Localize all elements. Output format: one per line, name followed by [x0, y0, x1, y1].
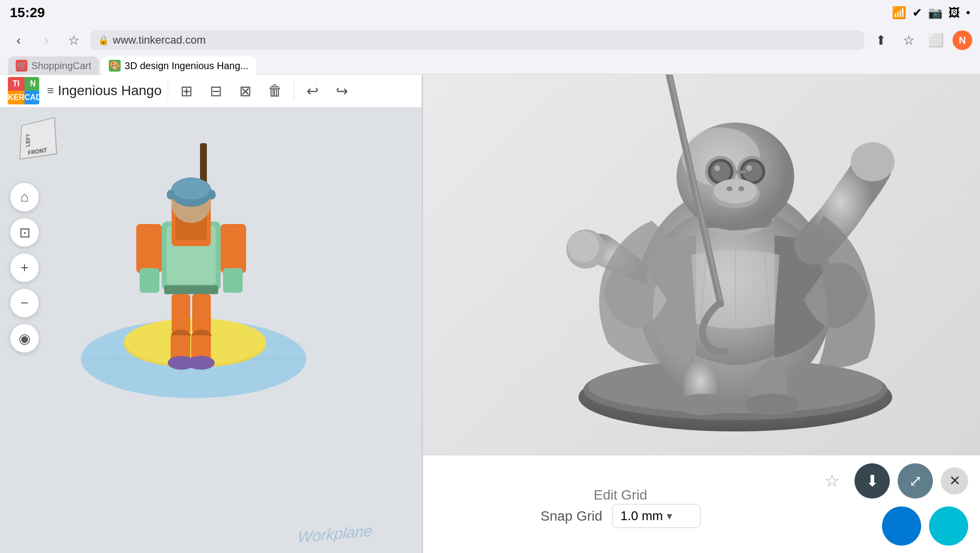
toolbar-separator-1: [168, 81, 168, 101]
tab-shopping-favicon: 🛒: [16, 60, 27, 72]
svg-point-63: [851, 142, 895, 181]
viewport-controls: ⌂ ⊡ + − ◉: [10, 182, 39, 353]
tab-3d-design[interactable]: 🎨 3D design Ingenious Hang...: [101, 56, 256, 75]
svg-point-58: [738, 186, 744, 191]
snap-grid-row: Snap Grid 1.0 mm ▾: [433, 504, 807, 528]
tab-shopping-title: ShoppingCart: [31, 60, 91, 72]
lock-icon: 🔒: [98, 35, 109, 46]
panel-actions: ☆ ⬇ ⤢ ✕: [817, 463, 968, 546]
notification-dot: •: [966, 6, 970, 20]
tabs-bar: 🛒 ShoppingCart 🎨 3D design Ingenious Han…: [0, 55, 980, 76]
svg-rect-16: [140, 268, 159, 293]
close-panel-button[interactable]: ✕: [941, 467, 968, 495]
svg-point-48: [711, 162, 730, 181]
circle-action-row: [882, 506, 968, 546]
cube-front-label: FRONT: [28, 147, 47, 156]
svg-point-49: [714, 165, 720, 171]
svg-rect-15: [136, 224, 162, 273]
redo-button[interactable]: ↪: [329, 78, 355, 103]
url-text: www.tinkercad.com: [113, 34, 206, 47]
svg-rect-18: [223, 268, 243, 293]
edit-grid-label[interactable]: Edit Grid: [433, 487, 807, 503]
svg-rect-14: [164, 285, 218, 294]
logo-ker-cell: KER: [8, 91, 25, 104]
snap-grid-value: 1.0 mm: [621, 508, 663, 524]
snap-chevron-icon: ▾: [667, 510, 672, 523]
zoom-in-button[interactable]: +: [10, 253, 39, 282]
right-panel: [422, 25, 980, 455]
tab-3d-favicon: 🎨: [109, 60, 121, 72]
share-button[interactable]: ⬆: [870, 29, 892, 51]
svg-point-64: [677, 394, 730, 415]
fullscreen-icon: ⤢: [909, 472, 922, 490]
3d-figure: [64, 94, 309, 398]
add-shape-button[interactable]: ⊞: [174, 78, 200, 103]
blue-action-circle[interactable]: [882, 506, 921, 546]
perspective-button[interactable]: ◉: [10, 324, 39, 353]
download-icon: ⬇: [866, 472, 879, 490]
svg-rect-28: [192, 294, 211, 333]
fit-view-button[interactable]: ⊡: [10, 218, 39, 247]
svg-point-65: [745, 394, 799, 415]
svg-point-56: [713, 179, 757, 203]
fullscreen-button[interactable]: ⤢: [898, 463, 933, 499]
home-view-button[interactable]: ⌂: [10, 182, 39, 212]
snap-grid-input[interactable]: 1.0 mm ▾: [612, 504, 701, 528]
cyan-action-circle[interactable]: [929, 506, 968, 546]
view-cube[interactable]: FRONT LEFT: [8, 114, 67, 173]
svg-point-57: [727, 186, 732, 191]
star-button[interactable]: ☆: [817, 466, 847, 496]
address-bar[interactable]: 🔒 www.tinkercad.com: [90, 30, 864, 50]
status-time: 15:29: [10, 5, 45, 21]
tinkercad-logo: TI N KER CAD: [8, 77, 39, 104]
panel-divider: [422, 25, 423, 553]
image-icon: 🖼: [949, 6, 960, 20]
bottom-panel-content: Edit Grid Snap Grid 1.0 mm ▾: [433, 480, 807, 528]
tinkercad-toolbar: TI N KER CAD ≡ Ingenious Hango ⊞ ⊟ ⊠ 🗑 ↩…: [0, 75, 422, 108]
signal-icon: ✔: [912, 6, 922, 20]
design-name-area: ≡ Ingenious Hango: [47, 83, 162, 99]
tab-3d-title: 3D design Ingenious Hang...: [125, 60, 248, 72]
svg-rect-17: [221, 224, 246, 273]
status-bar: 15:29 📶 ✔ 📷 🖼 •: [0, 0, 980, 25]
main-viewport[interactable]: FRONT LEFT ⌂ ⊡ + − ◉: [0, 75, 422, 553]
wifi-icon: 📶: [892, 6, 906, 20]
download-button[interactable]: ⬇: [854, 463, 890, 499]
favorites-button[interactable]: ☆: [898, 29, 919, 51]
delete-button[interactable]: 🗑: [262, 78, 288, 103]
status-icons: 📶 ✔ 📷 🖼 •: [892, 6, 970, 20]
close-icon: ✕: [949, 473, 960, 489]
view-cube-box: FRONT LEFT: [20, 117, 57, 160]
browser-chrome: ‹ › ☆ 🔒 www.tinkercad.com ⬆ ☆ ⬜ N 🛒 Shop…: [0, 25, 980, 75]
action-buttons-row: ☆ ⬇ ⤢ ✕: [817, 463, 968, 499]
star-icon: ☆: [824, 471, 840, 491]
back-button[interactable]: ‹: [8, 29, 29, 51]
hamburger-icon[interactable]: ≡: [47, 84, 54, 98]
undo-button[interactable]: ↩: [300, 78, 326, 103]
svg-point-53: [746, 165, 752, 171]
multi-copy-button[interactable]: ⊠: [233, 78, 258, 103]
svg-point-26: [208, 190, 216, 200]
bookmark-star-button[interactable]: ☆: [63, 29, 84, 51]
bottom-panel: Edit Grid Snap Grid 1.0 mm ▾ ☆ ⬇ ⤢: [422, 455, 980, 553]
cube-left-label: LEFT: [25, 133, 31, 147]
svg-rect-54: [735, 171, 746, 174]
toolbar-separator-2: [294, 81, 294, 101]
design-title[interactable]: Ingenious Hango: [58, 83, 162, 99]
forward-button[interactable]: ›: [35, 29, 57, 51]
logo-n-cell: N: [25, 77, 39, 91]
copy-button[interactable]: ⊟: [203, 78, 229, 103]
cube-container: FRONT LEFT: [8, 114, 62, 168]
logo-cad-cell: CAD: [25, 91, 39, 104]
user-avatar[interactable]: N: [953, 30, 972, 50]
snap-grid-label: Snap Grid: [540, 508, 602, 524]
screenshot-icon: 📷: [928, 6, 943, 20]
zoom-out-button[interactable]: −: [10, 288, 39, 318]
svg-point-62: [568, 231, 599, 262]
svg-point-25: [167, 190, 175, 200]
logo-ti-cell: TI: [8, 77, 25, 91]
3d-model-render: [480, 49, 922, 431]
tabs-button[interactable]: ⬜: [925, 29, 947, 51]
svg-point-24: [172, 178, 211, 200]
tab-shopping[interactable]: 🛒 ShoppingCart: [8, 56, 99, 75]
